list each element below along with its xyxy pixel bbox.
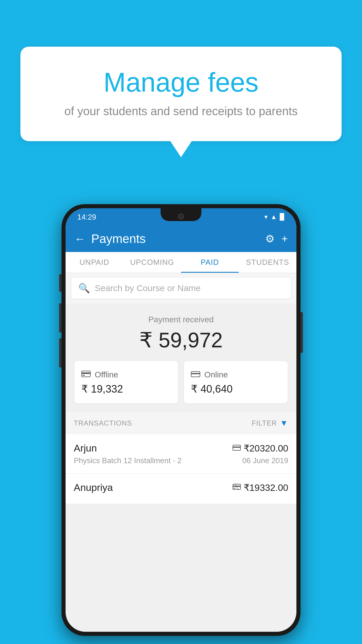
tab-students[interactable]: STUDENTS [239, 252, 296, 273]
settings-icon[interactable]: ⚙ [265, 233, 275, 245]
side-button-right [301, 312, 303, 353]
transaction-row2-arjun: Physics Batch 12 Installment - 2 06 June… [74, 456, 288, 465]
filter-label: FILTER [252, 419, 277, 427]
transaction-amount-wrap-arjun: ₹20320.00 [233, 443, 288, 454]
filter-icon: ▼ [280, 419, 288, 428]
phone-screen: 14:29 ▾ ▲ ▉ ← Payments ⚙ + UNPAID [66, 208, 296, 632]
page-background: Manage fees of your students and send re… [0, 0, 362, 644]
speech-bubble-container: Manage fees of your students and send re… [20, 47, 342, 141]
tab-upcoming[interactable]: UPCOMING [123, 252, 181, 273]
online-amount: ₹ 40,640 [191, 383, 233, 395]
header-icons: ⚙ + [265, 233, 288, 245]
payment-received-section: Payment received ₹ 59,972 [66, 303, 296, 412]
header-title: Payments [91, 232, 259, 246]
online-icon [191, 369, 200, 380]
online-label: Online [204, 370, 228, 379]
transaction-item-arjun[interactable]: Arjun ₹20320.00 Physics Batch 12 Install… [66, 434, 296, 474]
transactions-header: TRANSACTIONS FILTER ▼ [66, 412, 296, 434]
search-container: 🔍 Search by Course or Name [66, 273, 296, 303]
svg-rect-4 [191, 373, 200, 374]
svg-rect-6 [233, 447, 240, 448]
online-card-header: Online [191, 369, 228, 380]
side-button-vol-up [59, 303, 61, 332]
svg-rect-2 [82, 375, 85, 376]
bubble-title: Manage fees [38, 67, 324, 98]
transaction-date-arjun: 06 June 2019 [242, 456, 288, 465]
payment-received-amount: ₹ 59,972 [74, 328, 288, 352]
offline-card-header: Offline [81, 369, 118, 380]
status-icons: ▾ ▲ ▉ [264, 213, 285, 221]
offline-payment-card: Offline ₹ 19,332 [74, 361, 178, 403]
svg-rect-9 [233, 488, 236, 489]
status-time: 14:29 [77, 213, 96, 222]
transaction-row1: Arjun ₹20320.00 [74, 442, 288, 454]
tabs-bar: UNPAID UPCOMING PAID STUDENTS [66, 252, 296, 273]
bubble-subtitle: of your students and send receipts to pa… [38, 105, 324, 118]
side-button-vol-down [59, 338, 61, 368]
battery-icon: ▉ [280, 213, 285, 221]
tab-paid[interactable]: PAID [181, 252, 239, 273]
payment-cards: Offline ₹ 19,332 [74, 361, 288, 403]
speech-bubble: Manage fees of your students and send re… [20, 47, 342, 141]
offline-amount: ₹ 19,332 [81, 383, 123, 395]
side-button-power [59, 274, 61, 292]
phone-frame: 14:29 ▾ ▲ ▉ ← Payments ⚙ + UNPAID [61, 204, 301, 636]
signal-icon: ▲ [270, 213, 277, 221]
filter-button[interactable]: FILTER ▼ [252, 419, 288, 428]
transaction-name-anupriya: Anupriya [74, 482, 113, 493]
transaction-amount-anupriya: ₹19332.00 [244, 482, 288, 493]
tab-unpaid[interactable]: UNPAID [66, 252, 123, 273]
camera-dot [178, 214, 184, 219]
offline-label: Offline [95, 370, 118, 379]
transaction-amount-arjun: ₹20320.00 [244, 443, 288, 454]
back-button[interactable]: ← [74, 233, 85, 245]
transaction-course-arjun: Physics Batch 12 Installment - 2 [74, 456, 182, 465]
offline-payment-icon [233, 483, 241, 492]
transaction-name-arjun: Arjun [74, 442, 97, 454]
online-payment-card: Online ₹ 40,640 [184, 361, 288, 403]
transaction-item-anupriya[interactable]: Anupriya ₹19332.00 [66, 474, 296, 504]
payment-received-label: Payment received [74, 315, 288, 324]
transaction-row1-anupriya: Anupriya ₹19332.00 [74, 482, 288, 493]
wifi-icon: ▾ [264, 213, 268, 221]
transactions-label: TRANSACTIONS [74, 419, 132, 427]
search-bar[interactable]: 🔍 Search by Course or Name [71, 278, 291, 299]
add-icon[interactable]: + [282, 233, 288, 245]
transaction-amount-wrap-anupriya: ₹19332.00 [233, 482, 288, 493]
app-header: ← Payments ⚙ + [66, 226, 296, 252]
phone-notch [161, 208, 201, 221]
offline-icon [81, 369, 91, 380]
online-payment-icon [233, 444, 241, 453]
svg-rect-1 [82, 372, 90, 374]
search-icon: 🔍 [78, 283, 90, 294]
search-input[interactable]: Search by Course or Name [95, 283, 201, 293]
